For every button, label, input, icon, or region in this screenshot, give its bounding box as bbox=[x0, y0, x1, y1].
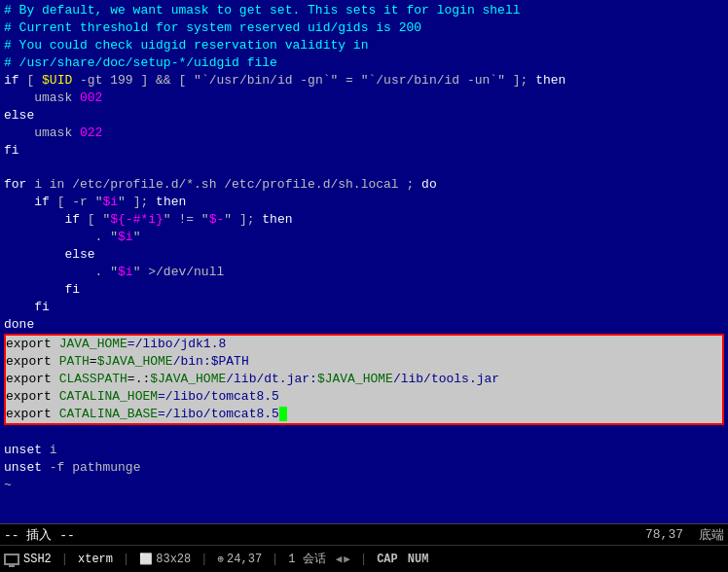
line-18: fi bbox=[4, 299, 724, 316]
line-2: # Current threshold for system reserved … bbox=[4, 19, 724, 37]
sessions-label: 1 会话 bbox=[288, 551, 325, 567]
code-editor: # By default, we want umask to get set. … bbox=[0, 0, 728, 523]
line-6: umask 002 bbox=[4, 89, 724, 107]
monitor-icon bbox=[4, 554, 19, 565]
line-unset2: unset -f pathmunge bbox=[4, 459, 724, 477]
export-line-2: export PATH=$JAVA_HOME/bin:$PATH bbox=[6, 353, 722, 371]
pos-label: 24,37 bbox=[227, 553, 262, 566]
nav-arrows[interactable]: ◀ ▶ bbox=[336, 553, 350, 565]
cursor-position: 78,37 bbox=[645, 527, 683, 542]
line-5: if [ $UID -gt 199 ] && [ "`/usr/bin/id -… bbox=[4, 72, 724, 89]
prev-arrow[interactable]: ◀ bbox=[336, 553, 343, 565]
ssh2-label: SSH2 bbox=[23, 553, 52, 566]
pos-item: ⊕ 24,37 bbox=[217, 553, 262, 566]
line-1: # By default, we want umask to get set. … bbox=[4, 2, 724, 19]
line-4: # /usr/share/doc/setup-*/uidgid file bbox=[4, 54, 724, 72]
line-3: # You could check uidgid reservation val… bbox=[4, 37, 724, 54]
export-line-3: export CLASSPATH=.:$JAVA_HOME/lib/dt.jar… bbox=[6, 371, 722, 388]
line-tilde: ~ bbox=[4, 477, 724, 494]
statusbar: -- 插入 -- 78,37 底端 bbox=[0, 523, 728, 545]
separator-2: | bbox=[123, 553, 129, 566]
line-7: else bbox=[4, 107, 724, 125]
ssh-item: SSH2 bbox=[4, 553, 52, 566]
pos-icon: ⊕ bbox=[217, 553, 224, 565]
scroll-position: 底端 bbox=[699, 526, 724, 544]
line-9: fi bbox=[4, 142, 724, 160]
mode-indicator: -- 插入 -- bbox=[4, 526, 75, 544]
line-11: for i in /etc/profile.d/*.sh /etc/profil… bbox=[4, 176, 724, 194]
separator-5: | bbox=[360, 553, 367, 566]
size-item: ⬜ 83x28 bbox=[139, 553, 191, 566]
size-icon: ⬜ bbox=[139, 553, 153, 565]
line-blank bbox=[4, 425, 724, 443]
export-block: export JAVA_HOME=/libo/jdk1.8 export PAT… bbox=[4, 334, 724, 425]
sessions-item: 1 会话 bbox=[288, 551, 325, 567]
size-label: 83x28 bbox=[156, 553, 191, 566]
bottom-bar: SSH2 | xterm | ⬜ 83x28 | ⊕ 24,37 | 1 会话 … bbox=[0, 545, 728, 572]
separator-4: | bbox=[272, 553, 278, 566]
export-line-4: export CATALINA_HOEM=/libo/tomcat8.5 bbox=[6, 388, 722, 406]
line-13: if [ "${-#*i}" != "$-" ]; then bbox=[4, 211, 724, 229]
export-line-1: export JAVA_HOME=/libo/jdk1.8 bbox=[6, 336, 722, 353]
export-line-5: export CATALINA_BASE=/libo/tomcat8.5 bbox=[6, 406, 722, 423]
xterm-item: xterm bbox=[78, 553, 113, 566]
line-16: . "$i" >/dev/null bbox=[4, 264, 724, 281]
line-14: . "$i" bbox=[4, 229, 724, 246]
line-8: umask 022 bbox=[4, 125, 724, 142]
line-15: else bbox=[4, 246, 724, 264]
cap-label: CAP bbox=[377, 553, 398, 566]
xterm-label: xterm bbox=[78, 553, 113, 566]
line-19: done bbox=[4, 316, 724, 334]
separator-3: | bbox=[200, 553, 207, 566]
line-17: fi bbox=[4, 281, 724, 299]
line-unset1: unset i bbox=[4, 442, 724, 459]
line-10 bbox=[4, 159, 724, 176]
separator-1: | bbox=[61, 553, 68, 566]
line-12: if [ -r "$i" ]; then bbox=[4, 194, 724, 211]
num-label: NUM bbox=[408, 553, 429, 566]
next-arrow[interactable]: ▶ bbox=[344, 553, 350, 565]
